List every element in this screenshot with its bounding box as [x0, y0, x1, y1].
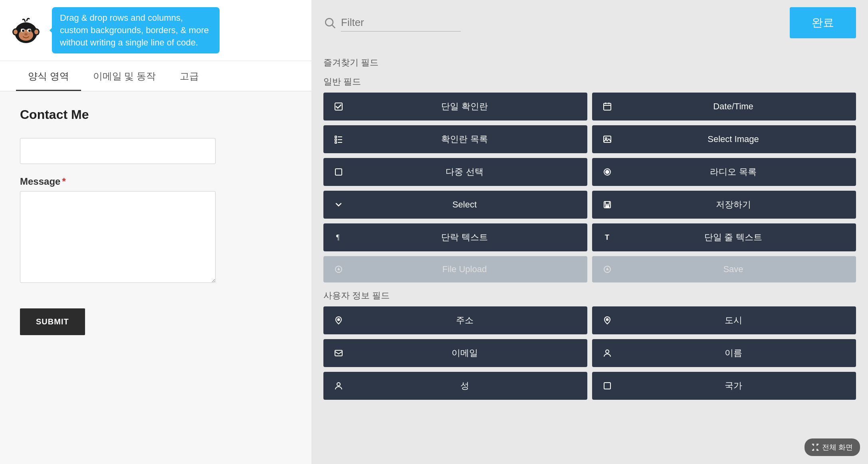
check-icon — [333, 102, 344, 111]
right-header: 완료 — [311, 0, 868, 45]
square-icon-country — [602, 381, 613, 390]
first-field-group — [20, 138, 291, 164]
field-btn-single-line[interactable]: T 단일 줄 텍스트 — [592, 223, 856, 251]
tooltip-bubble: Drag & drop rows and columns, custom bac… — [52, 7, 220, 53]
field-btn-multiple-choice[interactable]: 다중 선택 — [323, 158, 587, 186]
form-area: Contact Me Message* SUBMIT — [0, 91, 311, 464]
field-btn-single-checkbox[interactable]: 단일 확인란 — [323, 93, 587, 120]
svg-text:T: T — [605, 233, 609, 241]
list-icon — [333, 135, 344, 144]
field-btn-name[interactable]: 이름 — [592, 339, 856, 367]
svg-point-8 — [22, 30, 24, 32]
field-btn-checkbox-list[interactable]: 확인란 목록 — [323, 125, 587, 153]
svg-rect-44 — [335, 350, 342, 356]
field-label-city: 도시 — [620, 314, 846, 326]
first-text-input[interactable] — [20, 138, 216, 164]
tab-email-action[interactable]: 이메일 및 동작 — [81, 61, 168, 91]
svg-text:¶: ¶ — [336, 233, 339, 241]
done-button[interactable]: 완료 — [790, 7, 856, 38]
filter-input[interactable] — [341, 14, 461, 32]
search-wrapper — [323, 14, 782, 32]
svg-rect-18 — [335, 136, 337, 138]
field-btn-city[interactable]: 도시 — [592, 306, 856, 334]
section-label-user-info: 사용자 정보 필드 — [323, 290, 856, 302]
field-label-multiple-choice: 다중 선택 — [351, 166, 578, 178]
svg-rect-22 — [335, 142, 337, 143]
fullscreen-badge[interactable]: 전체 화면 — [805, 438, 860, 456]
envelope-icon — [333, 349, 344, 357]
field-label-single-checkbox: 단일 확인란 — [351, 101, 578, 113]
svg-point-11 — [325, 18, 333, 26]
field-label-file-upload: File Upload — [351, 264, 578, 274]
save-icon — [602, 200, 613, 209]
svg-rect-47 — [604, 383, 610, 389]
tab-advanced[interactable]: 고급 — [168, 61, 211, 91]
tab-form-area[interactable]: 양식 영역 — [16, 61, 81, 91]
svg-rect-31 — [605, 205, 609, 208]
general-fields-grid: 단일 확인란 Date/Time — [323, 93, 856, 282]
field-btn-select[interactable]: Select — [323, 191, 587, 219]
svg-rect-30 — [605, 201, 609, 204]
search-icon — [323, 16, 336, 29]
svg-line-12 — [332, 25, 335, 28]
svg-point-4 — [34, 30, 38, 34]
header-bar: Drag & drop rows and columns, custom bac… — [0, 0, 311, 61]
field-btn-last-name[interactable]: 성 — [323, 372, 587, 400]
person-icon-name — [602, 349, 613, 357]
clock-icon-save — [602, 265, 613, 274]
field-label-single-line: 단일 줄 텍스트 — [620, 231, 846, 243]
section-label-general: 일반 필드 — [323, 76, 856, 88]
left-panel: Drag & drop rows and columns, custom bac… — [0, 0, 311, 464]
tooltip-text: Drag & drop rows and columns, custom bac… — [60, 13, 209, 47]
submit-button[interactable]: SUBMIT — [20, 308, 85, 335]
field-label-save-field: 저장하기 — [620, 199, 846, 211]
svg-point-25 — [605, 138, 607, 139]
message-field-group: Message* — [20, 176, 291, 284]
field-label-email: 이메일 — [351, 347, 578, 359]
svg-rect-14 — [604, 103, 611, 110]
field-btn-select-image[interactable]: Select Image — [592, 125, 856, 153]
field-label-country: 국가 — [620, 380, 846, 392]
text-t-icon: T — [602, 233, 613, 242]
svg-rect-26 — [335, 169, 342, 175]
paragraph-icon: ¶ — [333, 233, 344, 242]
field-btn-radio-list[interactable]: 라디오 목록 — [592, 158, 856, 186]
svg-point-43 — [606, 319, 608, 321]
svg-point-10 — [24, 33, 28, 36]
svg-rect-24 — [604, 136, 611, 142]
field-label-datetime: Date/Time — [620, 101, 846, 112]
svg-point-37 — [338, 269, 339, 270]
image-icon — [602, 135, 613, 144]
svg-point-46 — [337, 383, 340, 386]
field-label-name: 이름 — [620, 347, 846, 359]
field-btn-datetime[interactable]: Date/Time — [592, 93, 856, 120]
svg-point-45 — [606, 350, 609, 353]
field-label-save2: Save — [620, 264, 846, 274]
chevron-down-icon — [333, 200, 344, 209]
section-label-favorites: 즐겨찾기 필드 — [323, 57, 856, 69]
square-icon — [333, 168, 344, 176]
svg-point-9 — [28, 30, 31, 32]
field-btn-country[interactable]: 국가 — [592, 372, 856, 400]
field-label-paragraph: 단락 텍스트 — [351, 231, 578, 243]
field-btn-save[interactable]: 저장하기 — [592, 191, 856, 219]
svg-rect-20 — [335, 139, 337, 140]
field-btn-email[interactable]: 이메일 — [323, 339, 587, 367]
svg-point-28 — [606, 170, 609, 174]
user-info-fields-grid: 주소 도시 이메일 — [323, 306, 856, 400]
svg-point-2 — [14, 30, 18, 34]
field-btn-paragraph[interactable]: ¶ 단락 텍스트 — [323, 223, 587, 251]
svg-point-41 — [607, 269, 608, 270]
field-label-select-image: Select Image — [620, 134, 846, 144]
right-panel: 완료 즐겨찾기 필드 일반 필드 단일 확인란 — [311, 0, 868, 464]
tabs-row: 양식 영역 이메일 및 동작 고급 — [0, 61, 311, 91]
svg-point-42 — [338, 319, 340, 321]
form-title: Contact Me — [20, 107, 291, 122]
message-label: Message* — [20, 176, 291, 187]
message-textarea[interactable] — [20, 191, 216, 283]
calendar-icon — [602, 102, 613, 111]
person-icon-lastname — [333, 381, 344, 390]
fullscreen-icon — [812, 444, 819, 451]
field-label-address: 주소 — [351, 314, 578, 326]
field-btn-address[interactable]: 주소 — [323, 306, 587, 334]
